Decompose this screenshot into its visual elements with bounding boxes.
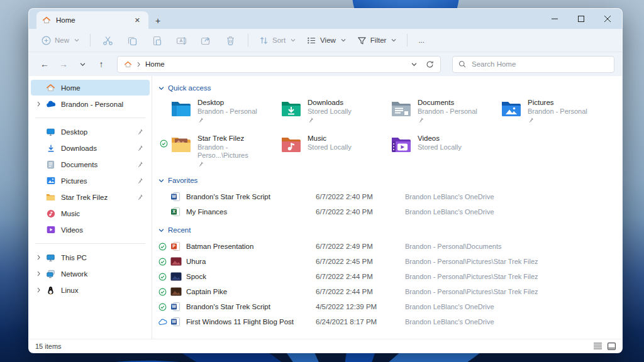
expand-chevron-icon[interactable]: [35, 271, 43, 277]
expand-chevron-icon[interactable]: [35, 255, 43, 260]
paste-button[interactable]: [145, 32, 169, 49]
file-row[interactable]: W Brandon's Star Trek Script 4/5/2022 12…: [158, 299, 622, 314]
recent-locations-chevron[interactable]: [74, 56, 91, 72]
back-button[interactable]: ←: [36, 56, 53, 72]
sort-button[interactable]: Sort: [254, 33, 301, 48]
sidebar-divider: [35, 118, 145, 118]
home-icon: [45, 83, 56, 93]
sidebar-item-star-trek-filez[interactable]: Star Trek Filez: [31, 189, 150, 205]
more-options-button[interactable]: ...: [413, 33, 430, 47]
sidebar-item-onedrive[interactable]: Brandon - Personal: [31, 96, 150, 112]
svg-text:W: W: [172, 194, 176, 199]
recent-list: P Batman Presentation 6/7/2022 2:49 PM B…: [158, 239, 622, 329]
tab-home[interactable]: Home ✕: [36, 11, 148, 29]
sidebar-item-pictures[interactable]: Pictures: [31, 173, 150, 189]
section-header-recent[interactable]: Recent: [158, 223, 622, 237]
details-view-icon[interactable]: [594, 343, 602, 349]
chevron-down-icon: [291, 38, 296, 43]
new-tab-button[interactable]: +: [148, 13, 167, 29]
quick-access-tile-downloads[interactable]: Downloads Stored Locally: [270, 98, 380, 128]
copy-button[interactable]: [121, 32, 144, 49]
svg-text:W: W: [172, 319, 176, 324]
file-row[interactable]: Uhura 6/7/2022 2:45 PM Brandon - Persona…: [158, 254, 622, 269]
quick-access-grid: Desktop Brandon - Personal Downloads Sto…: [160, 98, 622, 168]
close-button[interactable]: [594, 9, 621, 28]
cut-button[interactable]: [96, 32, 119, 49]
forward-button[interactable]: →: [55, 56, 72, 72]
up-button[interactable]: ↑: [93, 56, 109, 72]
quick-access-tile-desktop[interactable]: Desktop Brandon - Personal: [160, 98, 270, 128]
file-row[interactable]: P Batman Presentation 6/7/2022 2:49 PM B…: [158, 239, 622, 254]
minimize-button[interactable]: [541, 9, 568, 28]
command-toolbar: New Sort: [29, 29, 622, 52]
refresh-icon[interactable]: [426, 60, 434, 69]
tab-strip: Home ✕ +: [29, 9, 622, 29]
tab-close-icon[interactable]: ✕: [132, 16, 143, 25]
sidebar-item-music[interactable]: Music: [31, 206, 150, 221]
folder-videos-icon: [391, 136, 412, 153]
cloud-status-icon: [158, 319, 170, 326]
filter-label: Filter: [370, 36, 387, 44]
chevron-down-icon: [391, 38, 396, 43]
file-row[interactable]: W First Windows 11 Flight Blog Post 6/24…: [158, 314, 622, 329]
toolbar-separator: [90, 34, 91, 47]
sync-status-icon: [158, 273, 170, 281]
new-button[interactable]: New: [36, 33, 84, 48]
status-bar: 15 items: [29, 339, 622, 353]
sidebar-item-network[interactable]: Network: [31, 266, 150, 282]
folder-desktop-icon: [170, 100, 192, 118]
chevron-down-icon: [341, 38, 346, 43]
image-thumbnail-icon: [170, 272, 186, 281]
expand-chevron-icon[interactable]: [35, 287, 43, 293]
sidebar-item-linux[interactable]: Linux: [31, 282, 150, 298]
filter-icon: [357, 36, 367, 45]
sync-status-icon: [158, 288, 170, 296]
breadcrumb[interactable]: Home: [117, 56, 441, 73]
svg-text:X: X: [172, 209, 175, 214]
cut-icon: [103, 35, 113, 46]
pin-icon: [136, 177, 143, 184]
copy-icon: [127, 35, 138, 46]
maximize-button[interactable]: [568, 9, 594, 28]
onedrive-cloud-icon: [45, 99, 56, 109]
sidebar-item-documents[interactable]: Documents: [31, 156, 150, 172]
chevron-down-icon: [74, 38, 79, 43]
pin-icon: [308, 117, 314, 123]
quick-access-tile-music[interactable]: Music Stored Locally: [270, 134, 380, 168]
share-button[interactable]: [194, 32, 218, 49]
pin-icon: [136, 194, 143, 200]
file-row[interactable]: X My Finances 6/7/2022 2:40 PM Brandon L…: [158, 204, 622, 219]
sidebar-divider: [35, 243, 145, 244]
sidebar-item-downloads[interactable]: Downloads: [31, 140, 150, 156]
sidebar-item-videos[interactable]: Videos: [31, 222, 150, 238]
view-button[interactable]: View: [302, 33, 351, 48]
file-row[interactable]: W Brandon's Star Trek Script 6/7/2022 2:…: [158, 189, 622, 204]
share-icon: [201, 35, 211, 46]
filter-button[interactable]: Filter: [352, 33, 402, 48]
delete-icon: [225, 35, 236, 46]
view-icon: [307, 36, 316, 45]
sidebar-item-desktop[interactable]: Desktop: [31, 124, 150, 140]
breadcrumb-segment-home[interactable]: Home: [145, 60, 165, 68]
sidebar-item-home[interactable]: Home: [31, 80, 150, 96]
new-icon: [42, 36, 51, 45]
quick-access-tile-pictures[interactable]: Pictures Brandon - Personal: [490, 98, 600, 128]
large-icons-view-icon[interactable]: [608, 343, 616, 350]
rename-button[interactable]: [170, 32, 193, 49]
quick-access-tile-documents[interactable]: Documents Brandon - Personal: [380, 98, 490, 128]
address-dropdown-chevron[interactable]: [411, 62, 417, 67]
sidebar-item-this-pc[interactable]: This PC: [31, 250, 150, 265]
view-label: View: [320, 36, 336, 44]
search-input[interactable]: [470, 60, 608, 69]
word-file-icon: W: [170, 317, 186, 327]
delete-button[interactable]: [219, 32, 242, 49]
file-row[interactable]: Spock 6/7/2022 2:44 PM Brandon - Persona…: [158, 269, 622, 284]
section-header-favorites[interactable]: Favorites: [158, 173, 622, 187]
pin-icon: [418, 117, 424, 123]
file-row[interactable]: Captain Pike 6/7/2022 2:44 PM Brandon - …: [158, 284, 622, 299]
quick-access-tile-videos[interactable]: Videos Stored Locally: [380, 134, 490, 168]
quick-access-tile-star-trek-filez[interactable]: Star Trek Filez Brandon - Perso...\Pictu…: [160, 134, 270, 168]
section-header-quick-access[interactable]: Quick access: [158, 81, 622, 95]
expand-chevron-icon[interactable]: [35, 101, 43, 107]
search-box[interactable]: [452, 56, 614, 73]
